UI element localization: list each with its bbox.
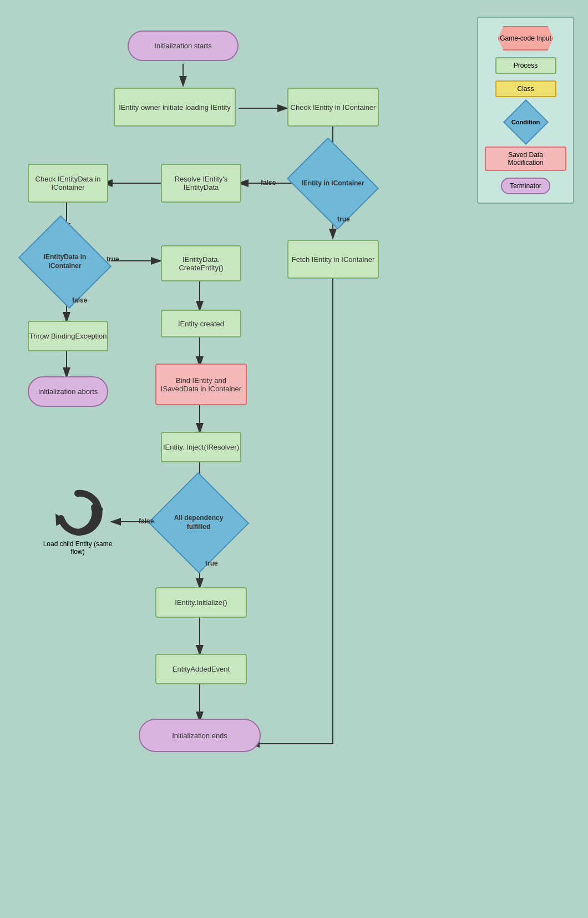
legend-class-box: Class <box>495 80 556 97</box>
resolve-ientitydata-node: Resolve IEntity's IEntityData <box>161 164 241 203</box>
false-label-ientity: false <box>261 179 276 186</box>
true-label-ientity: true <box>337 215 350 223</box>
ientity-created-node: IEntity created <box>161 310 241 337</box>
entity-added-node: EntityAddedEvent <box>155 654 247 684</box>
true-label-ientitydata: true <box>107 255 119 263</box>
ientity-in-container-diamond: IEntity in IContainer <box>297 154 369 213</box>
legend-item-condition: Condition <box>485 104 566 140</box>
legend-process-box: Process <box>495 57 556 74</box>
legend-terminator-box: Terminator <box>501 178 550 194</box>
check-ientitydata-node: Check IEntityData in IContainer <box>28 164 108 203</box>
all-dependency-diamond: All dependency fulfilled <box>163 487 235 558</box>
legend-item-gamecode: Game-code Input <box>485 26 566 51</box>
legend-saved-box: Saved Data Modification <box>485 147 566 171</box>
ientitydata-create-node: IEntityData. CreateEntity() <box>161 245 241 281</box>
load-child-area: Load child Entity (same flow) <box>39 483 116 561</box>
legend-item-saved: Saved Data Modification <box>485 147 566 171</box>
circular-arrows-icon <box>53 488 103 538</box>
ientity-owner-node: IEntity owner initiate loading IEntity <box>114 88 236 127</box>
ientity-inject-node: IEntity. Inject(IResolver) <box>161 432 241 462</box>
init-start-node: Initialization starts <box>128 31 239 61</box>
load-child-label: Load child Entity (same flow) <box>39 540 116 556</box>
ientity-initialize-node: IEntity.Initialize() <box>155 587 247 618</box>
true-label-dependency: true <box>205 559 218 567</box>
legend-item-process: Process <box>485 57 566 74</box>
throw-binding-node: Throw BindingException <box>28 321 108 351</box>
fetch-ientity-node: Fetch IEntity in IContainer <box>287 240 379 279</box>
legend-box: Game-code Input Process Class Condition <box>477 17 574 204</box>
check-ientity-node: Check IEntity in IContainer <box>287 88 379 127</box>
flowchart: Initialization starts IEntity owner init… <box>0 0 588 918</box>
bind-ientity-node: Bind IEntity and ISavedData in IContaine… <box>155 364 247 405</box>
legend-item-class: Class <box>485 80 566 97</box>
legend-diamond-wrapper: Condition <box>498 104 554 140</box>
false-label-dependency: false <box>139 517 154 525</box>
legend-item-terminator: Terminator <box>485 178 566 194</box>
ientitydata-in-container-diamond: IEntityData in IContainer <box>29 232 101 292</box>
init-aborts-node: Initialization aborts <box>28 376 108 407</box>
false-label-ientitydata: false <box>72 296 87 304</box>
legend-hexagon: Game-code Input <box>498 26 554 51</box>
init-ends-node: Initialization ends <box>139 719 261 752</box>
